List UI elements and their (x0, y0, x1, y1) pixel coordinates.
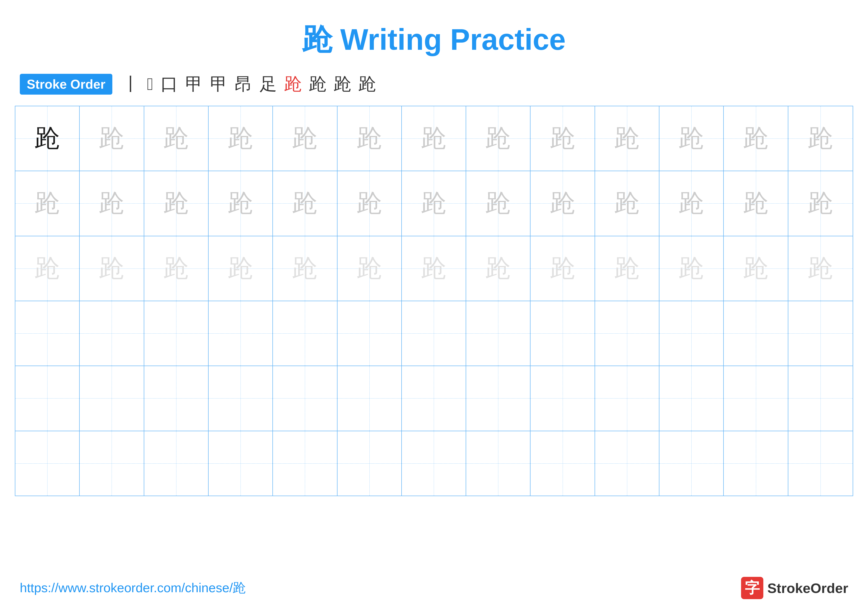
grid-cell[interactable] (530, 301, 595, 365)
grid-cell[interactable]: 跄 (724, 236, 788, 301)
grid-cell[interactable] (144, 301, 209, 365)
grid-cell[interactable]: 跄 (724, 106, 788, 171)
grid-cell[interactable]: 跄 (144, 236, 209, 301)
stroke-5: 甲 (210, 73, 227, 96)
grid-cell[interactable]: 跄 (402, 171, 466, 236)
grid-cell[interactable]: 跄 (595, 106, 659, 171)
grid-cell[interactable] (273, 366, 337, 431)
grid-cell[interactable] (144, 431, 209, 496)
grid-cell[interactable]: 跄 (144, 171, 209, 236)
grid-cell[interactable] (273, 431, 337, 496)
grid-cell[interactable]: 跄 (659, 236, 724, 301)
grid-cell[interactable] (402, 431, 466, 496)
grid-cell[interactable]: 跄 (788, 171, 852, 236)
grid-cell[interactable]: 跄 (595, 171, 659, 236)
grid-cell[interactable] (595, 301, 659, 365)
grid-cell[interactable] (595, 366, 659, 431)
grid-cell[interactable] (530, 366, 595, 431)
practice-char: 跄 (744, 256, 768, 281)
grid-cell[interactable] (659, 301, 724, 365)
grid-cell[interactable]: 跄 (338, 171, 402, 236)
grid-cell[interactable] (338, 301, 402, 365)
grid-cell[interactable] (724, 301, 788, 365)
grid-cell[interactable]: 跄 (724, 171, 788, 236)
practice-char: 跄 (357, 191, 382, 216)
grid-cell[interactable]: 跄 (595, 236, 659, 301)
grid-cell[interactable]: 跄 (788, 236, 852, 301)
grid-row-6 (16, 431, 852, 496)
grid-cell[interactable]: 跄 (530, 171, 595, 236)
grid-cell[interactable] (530, 431, 595, 496)
grid-cell[interactable]: 跄 (402, 236, 466, 301)
grid-cell[interactable] (80, 301, 144, 365)
practice-char: 跄 (293, 126, 317, 151)
grid-cell[interactable]: 跄 (80, 106, 144, 171)
grid-cell[interactable] (659, 366, 724, 431)
grid-row-2: 跄 跄 跄 跄 跄 跄 跄 跄 跄 跄 跄 跄 (16, 171, 852, 236)
grid-cell[interactable] (338, 366, 402, 431)
grid-cell[interactable]: 跄 (273, 236, 337, 301)
grid-cell[interactable]: 跄 (273, 106, 337, 171)
grid-cell[interactable] (788, 366, 852, 431)
grid-cell[interactable] (466, 431, 530, 496)
grid-cell[interactable]: 跄 (209, 106, 273, 171)
practice-char: 跄 (744, 126, 768, 151)
grid-cell[interactable]: 跄 (659, 106, 724, 171)
grid-cell[interactable] (338, 431, 402, 496)
practice-char: 跄 (99, 256, 124, 281)
grid-cell[interactable]: 跄 (80, 171, 144, 236)
grid-cell[interactable]: 跄 (466, 106, 530, 171)
grid-cell[interactable]: 跄 (209, 171, 273, 236)
grid-cell[interactable] (209, 366, 273, 431)
grid-cell[interactable]: 跄 (338, 106, 402, 171)
grid-cell[interactable]: 跄 (273, 171, 337, 236)
grid-cell[interactable]: 跄 (16, 106, 80, 171)
grid-cell[interactable] (16, 431, 80, 496)
title-char: 跄 (302, 23, 332, 56)
grid-cell[interactable]: 跄 (530, 106, 595, 171)
grid-cell[interactable] (16, 301, 80, 365)
practice-char: 跄 (679, 126, 704, 151)
page-title: 跄 Writing Practice (0, 0, 868, 73)
grid-cell[interactable]: 跄 (530, 236, 595, 301)
practice-char: 跄 (550, 126, 575, 151)
grid-cell[interactable] (788, 431, 852, 496)
footer-logo: 字 StrokeOrder (741, 577, 848, 599)
stroke-9: 跄 (309, 73, 326, 96)
grid-row-3: 跄 跄 跄 跄 跄 跄 跄 跄 跄 跄 跄 跄 (16, 236, 852, 301)
grid-cell[interactable] (724, 366, 788, 431)
grid-cell[interactable] (595, 431, 659, 496)
practice-char: 跄 (293, 191, 317, 216)
grid-cell[interactable]: 跄 (16, 171, 80, 236)
practice-char: 跄 (35, 256, 60, 281)
grid-cell[interactable] (788, 301, 852, 365)
grid-cell[interactable] (402, 301, 466, 365)
grid-cell[interactable] (659, 431, 724, 496)
grid-cell[interactable]: 跄 (788, 106, 852, 171)
grid-cell[interactable] (80, 431, 144, 496)
grid-cell[interactable] (209, 431, 273, 496)
grid-cell[interactable] (16, 366, 80, 431)
grid-cell[interactable]: 跄 (402, 106, 466, 171)
grid-cell[interactable]: 跄 (209, 236, 273, 301)
stroke-sequence: 丨 𠃊 口 甲 甲 昂 足 跄 跄 跄 跄 (122, 73, 376, 96)
footer-url[interactable]: https://www.strokeorder.com/chinese/跄 (20, 579, 246, 597)
grid-cell[interactable] (724, 431, 788, 496)
grid-cell[interactable] (144, 366, 209, 431)
grid-cell[interactable]: 跄 (659, 171, 724, 236)
grid-cell[interactable] (402, 366, 466, 431)
logo-icon: 字 (741, 577, 763, 599)
stroke-1: 丨 (122, 73, 140, 96)
grid-cell[interactable]: 跄 (466, 171, 530, 236)
grid-cell[interactable]: 跄 (16, 236, 80, 301)
practice-char: 跄 (679, 256, 704, 281)
grid-cell[interactable]: 跄 (466, 236, 530, 301)
grid-cell[interactable] (466, 301, 530, 365)
grid-cell[interactable]: 跄 (80, 236, 144, 301)
grid-cell[interactable] (273, 301, 337, 365)
grid-cell[interactable]: 跄 (338, 236, 402, 301)
grid-cell[interactable] (466, 366, 530, 431)
grid-cell[interactable] (80, 366, 144, 431)
grid-cell[interactable] (209, 301, 273, 365)
grid-cell[interactable]: 跄 (144, 106, 209, 171)
